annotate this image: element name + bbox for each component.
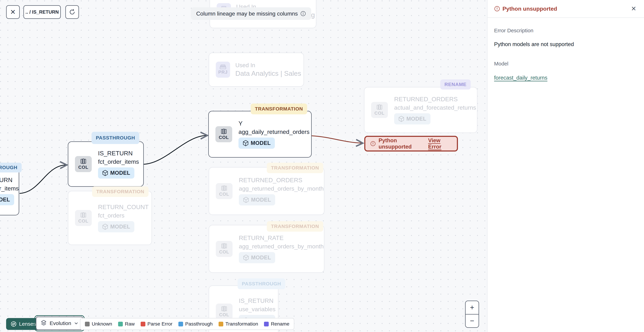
node-used-in-sales[interactable]: PRJ Used In Data Analytics | Sales: [208, 52, 304, 87]
legend-swatch: [85, 322, 90, 327]
node-title: RETURNED_ORDERS: [394, 96, 476, 103]
transformation-badge: TRANSFORMATION: [267, 163, 323, 173]
node-title: RETURNED_ORDERS: [239, 177, 324, 184]
model-chip: MODEL: [239, 194, 275, 205]
node-title: RETURN_RATE: [239, 234, 324, 241]
refresh-icon: [69, 8, 76, 15]
close-icon: ✕: [10, 8, 16, 16]
zoom-out-button[interactable]: −: [466, 315, 478, 328]
legend-item-rename: Rename: [264, 321, 289, 327]
project-icon: PRJ: [216, 62, 230, 78]
passthrough-badge: PASSTHROUGH: [0, 163, 22, 172]
transformation-badge: TRANSFORMATION: [251, 103, 307, 114]
node-subtitle: agg_returned_orders_by_month: [239, 243, 324, 250]
legend-item-passthrough: Passthrough: [178, 321, 213, 327]
model-chip: MODEL: [0, 194, 14, 205]
column-icon: COL: [216, 126, 232, 142]
model-chip: MODEL: [98, 167, 134, 179]
rename-badge: RENAME: [440, 79, 471, 89]
info-icon[interactable]: [300, 11, 306, 16]
legend-item-transformation: Transformation: [218, 321, 258, 327]
zoom-controls: + −: [465, 301, 479, 328]
node-title: IS_RETURN: [98, 150, 139, 157]
node-subtitle: agg_daily_returned_orders: [238, 128, 310, 135]
chevron-down-icon: [74, 321, 78, 326]
view-error-link[interactable]: View Error: [428, 137, 452, 150]
panel-body: Error Description Python models are not …: [488, 18, 644, 91]
node-subtitle: agg_returned_orders_by_month: [239, 185, 324, 192]
node-title: Used In: [235, 62, 301, 69]
error-description-label: Error Description: [494, 27, 637, 33]
model-link[interactable]: forecast_daily_returns: [494, 75, 548, 81]
lineage-notice: Column lineage may be missing columns: [191, 7, 311, 20]
node-subtitle: fct_orders: [98, 212, 149, 219]
panel-header: Python unsupported ✕: [488, 0, 644, 18]
legend-swatch: [118, 322, 123, 327]
node-subtitle: Data Analytics | Sales: [235, 70, 301, 77]
node-returned-orders-forecasted[interactable]: RENAME COL RETURNED_ORDERS actual_and_fo…: [364, 87, 478, 133]
node-return-count[interactable]: TRANSFORMATION COL RETURN_COUNT fct_orde…: [68, 191, 152, 245]
node-y-agg-daily-returned-orders[interactable]: TRANSFORMATION COL Y agg_daily_returned_…: [208, 111, 312, 158]
node-title: IS_RETURN: [0, 176, 19, 183]
layers-icon: [40, 320, 47, 327]
node-return-rate[interactable]: TRANSFORMATION COL RETURN_RATE agg_retur…: [208, 225, 324, 273]
legend-swatch: [178, 322, 183, 327]
model-label: Model: [494, 61, 637, 67]
node-subtitle: use_variables: [239, 306, 276, 313]
node-title: IS_RETURN: [239, 297, 276, 304]
notice-text: Column lineage may be missing columns: [196, 10, 298, 17]
node-is-return-left-clipped[interactable]: PASSTHROUGH COL IS_RETURN fct_order_item…: [0, 166, 19, 215]
lens-dropdown[interactable]: Evolution: [36, 317, 83, 330]
legend-item-parse-error: Parse Error: [141, 321, 172, 327]
node-subtitle: fct_order_items: [0, 185, 19, 192]
node-returned-orders-by-month[interactable]: TRANSFORMATION COL RETURNED_ORDERS agg_r…: [208, 167, 324, 215]
error-node-label: Python unsupported: [378, 137, 426, 150]
legend-swatch: [264, 322, 269, 327]
column-icon: COL: [75, 156, 92, 172]
column-icon: COL: [216, 183, 232, 199]
warning-icon: [494, 6, 500, 12]
refresh-button[interactable]: [65, 5, 79, 19]
panel-close-button[interactable]: ✕: [631, 5, 636, 12]
lens-dropdown-ring: Evolution: [34, 315, 84, 331]
legend-swatch: [218, 322, 223, 327]
node-is-return-fct-order-items[interactable]: PASSTHROUGH COL IS_RETURN fct_order_item…: [68, 141, 144, 187]
aperture-icon: [11, 321, 16, 327]
legend-swatch: [141, 322, 145, 327]
passthrough-badge: PASSTHROUGH: [238, 278, 285, 289]
column-icon: COL: [75, 210, 92, 226]
passthrough-badge: PASSTHROUGH: [92, 132, 139, 144]
node-python-unsupported-error[interactable]: Python unsupported View Error: [364, 136, 458, 152]
panel-title: Python unsupported: [494, 5, 557, 12]
breadcrumb[interactable]: .. / IS_RETURN: [24, 5, 61, 19]
error-detail-panel: Python unsupported ✕ Error Description P…: [487, 0, 644, 332]
warning-icon: [370, 140, 376, 147]
legend-item-raw: Raw: [118, 321, 135, 327]
model-chip: MODEL: [238, 138, 275, 149]
model-chip: MODEL: [239, 252, 275, 263]
model-chip: MODEL: [394, 113, 430, 124]
model-chip: MODEL: [98, 221, 134, 232]
legend-item-unknown: Unknown: [85, 321, 112, 327]
error-description-value: Python models are not supported: [494, 41, 637, 47]
close-lineage-button[interactable]: ✕: [6, 5, 20, 19]
lineage-app: PRJ Used In Data Analytics | Marketing P…: [0, 0, 644, 332]
node-subtitle: fct_order_items: [98, 158, 139, 165]
transformation-badge: TRANSFORMATION: [267, 221, 323, 232]
lens-legend: Unknown Raw Parse Error Passthrough Tran…: [80, 318, 294, 330]
column-icon: COL: [216, 304, 232, 320]
node-subtitle: actual_and_forecasted_returns: [394, 104, 476, 111]
transformation-badge: TRANSFORMATION: [92, 186, 148, 197]
column-icon: COL: [216, 241, 232, 257]
column-icon: COL: [371, 102, 388, 118]
node-title: Y: [238, 120, 310, 127]
node-title: RETURN_COUNT: [98, 204, 149, 211]
zoom-in-button[interactable]: +: [466, 301, 478, 315]
